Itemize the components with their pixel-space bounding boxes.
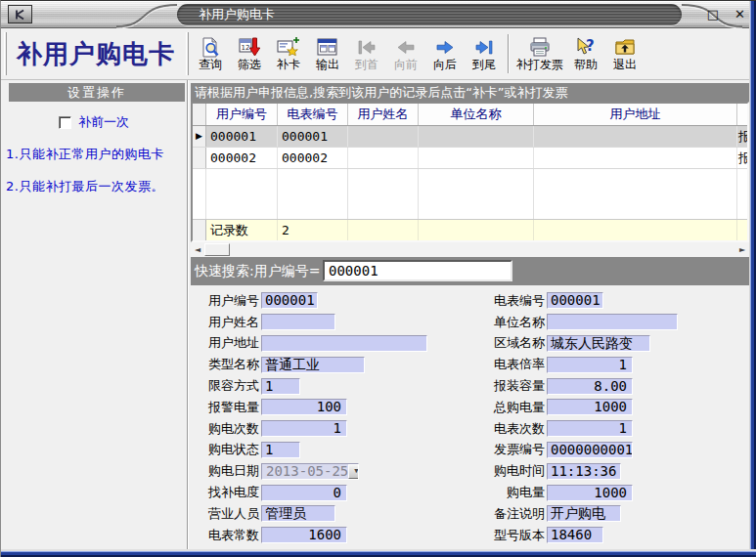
scrollbar-thumb[interactable] bbox=[204, 243, 230, 256]
toolbar-button-reprint-invoice[interactable]: 补打发票 bbox=[513, 35, 566, 72]
field-label: 单位名称 bbox=[484, 314, 545, 331]
meter-ratio-field[interactable]: 1 bbox=[547, 357, 633, 373]
table-body: ▶000001000001报000002000002报 bbox=[193, 126, 747, 169]
toolbar-button-go-last[interactable]: 到尾 bbox=[465, 35, 504, 72]
toolbar-button-help[interactable]: ?帮助 bbox=[566, 35, 605, 72]
scroll-right-icon[interactable]: ► bbox=[735, 245, 749, 254]
model-version-field[interactable]: 18460 bbox=[547, 527, 603, 543]
toolbar-button-label: 向前 bbox=[394, 58, 418, 72]
table-cell bbox=[348, 148, 419, 168]
meter-count-field[interactable]: 1 bbox=[547, 420, 633, 437]
form-row-meter-count: 电表次数1 bbox=[484, 418, 678, 440]
user-table: 用户编号电表编号用户姓名单位名称用户地址 ▶000001000001报00000… bbox=[191, 102, 749, 242]
field-label: 电表次数 bbox=[484, 420, 545, 438]
window-bottom-border bbox=[1, 549, 756, 557]
table-cell: 000002 bbox=[278, 148, 348, 168]
form-row-user-id: 用户编号000001 bbox=[208, 290, 427, 312]
reissue-previous-checkbox[interactable] bbox=[59, 116, 71, 129]
toolbar-button-label: 输出 bbox=[316, 58, 339, 72]
table-cell bbox=[534, 126, 737, 147]
toolbar-button-label: 向后 bbox=[433, 58, 457, 72]
table-cell: 000001 bbox=[206, 126, 278, 147]
form-row-purchase-date: 购电日期2013-05-25▼ bbox=[208, 460, 427, 482]
quick-search-input[interactable] bbox=[323, 260, 512, 281]
grid-line bbox=[277, 169, 278, 219]
field-label: 电表倍率 bbox=[484, 356, 545, 373]
purchase-count-field[interactable]: 1 bbox=[261, 420, 347, 437]
maximize-button[interactable]: □ bbox=[707, 6, 719, 23]
remark-field[interactable]: 开户购电 bbox=[547, 505, 621, 522]
adjust-energy-field[interactable]: 0 bbox=[261, 485, 347, 501]
toolbar-button-export[interactable]: 输出 bbox=[308, 35, 347, 72]
toolbar-button-go-next[interactable]: 向后 bbox=[425, 35, 465, 72]
purchase-state-field[interactable]: 1 bbox=[261, 442, 300, 458]
toolbar-separator bbox=[508, 34, 510, 73]
grid-line bbox=[736, 169, 737, 219]
column-header[interactable] bbox=[737, 104, 747, 125]
toolbar-button-filter[interactable]: 12筛选 bbox=[230, 35, 269, 72]
field-label: 电表编号 bbox=[484, 292, 545, 310]
unit-name-field[interactable] bbox=[547, 314, 678, 330]
table-cell: 报 bbox=[737, 126, 747, 147]
main-panel: 请根据用户申报信息,搜索到该用户的记录后点击“补卡”或补打发票 用户编号电表编号… bbox=[188, 80, 750, 549]
toolbar-button-label: 筛选 bbox=[238, 58, 261, 72]
page-title: 补用户购电卡 bbox=[17, 37, 175, 71]
purchase-date-field[interactable]: 2013-05-25▼ bbox=[261, 463, 359, 480]
purchase-qty-field[interactable]: 1000 bbox=[547, 485, 633, 501]
form-row-type-name: 类型名称普通工业 bbox=[208, 354, 427, 375]
form-row-alarm-energy: 报警电量100 bbox=[208, 397, 427, 418]
meter-constant-field[interactable]: 1600 bbox=[261, 527, 347, 543]
last-arrow-icon bbox=[472, 37, 496, 58]
card-add-icon bbox=[277, 37, 300, 58]
form-column-right: 电表编号000001单位名称区域名称城东人民路变电表倍率1报装容量8.00总购电… bbox=[484, 290, 678, 546]
user-name-field[interactable] bbox=[261, 314, 335, 330]
quick-search-bar: 快速搜索:用户编号= bbox=[191, 257, 749, 285]
horizontal-scrollbar[interactable]: ◄ ► bbox=[191, 242, 749, 257]
table-row[interactable]: 000002000002报 bbox=[193, 148, 747, 169]
purchase-time-field[interactable]: 11:13:36 bbox=[547, 463, 621, 480]
area-name-field[interactable]: 城东人民路变 bbox=[547, 335, 650, 352]
grid-line bbox=[205, 169, 206, 219]
invoice-no-field[interactable]: 0000000001 bbox=[547, 442, 633, 458]
toolbar-button-label: 补打发票 bbox=[516, 58, 563, 72]
alarm-energy-field[interactable]: 100 bbox=[261, 399, 347, 415]
toolbar-button-query[interactable]: 查询 bbox=[191, 35, 230, 72]
table-cell: 000002 bbox=[206, 148, 278, 168]
close-button[interactable]: ✕ bbox=[734, 6, 745, 23]
field-label: 购电时间 bbox=[484, 462, 545, 480]
toolbar-button-go-prev: 向前 bbox=[386, 35, 425, 72]
table-row[interactable]: ▶000001000001报 bbox=[193, 126, 747, 148]
toolbar: 补用户购电卡 查询12筛选补卡输出到首向前向后到尾补打发票?帮助退出 bbox=[1, 28, 756, 80]
column-header[interactable]: 用户地址 bbox=[534, 104, 737, 125]
type-name-field[interactable]: 普通工业 bbox=[261, 357, 365, 373]
instruction-bar: 请根据用户申报信息,搜索到该用户的记录后点击“补卡”或补打发票 bbox=[191, 83, 750, 102]
total-energy-field[interactable]: 1000 bbox=[547, 399, 633, 415]
form-row-meter-ratio: 电表倍率1 bbox=[484, 354, 678, 375]
scroll-left-icon[interactable]: ◄ bbox=[191, 245, 204, 254]
operator-field[interactable]: 管理员 bbox=[261, 505, 335, 522]
table-cell bbox=[348, 126, 419, 147]
form-row-remark: 备注说明开户购电 bbox=[484, 503, 678, 525]
field-label: 购电量 bbox=[484, 484, 545, 501]
dropdown-arrow-icon[interactable]: ▼ bbox=[348, 464, 359, 479]
user-id-field[interactable]: 000001 bbox=[261, 292, 318, 309]
row-selector bbox=[193, 148, 206, 168]
column-header[interactable]: 电表编号 bbox=[278, 104, 348, 125]
form-row-meter-constant: 电表常数1600 bbox=[208, 525, 427, 546]
column-header[interactable]: 单位名称 bbox=[419, 104, 534, 125]
help-cursor-icon: ? bbox=[574, 37, 598, 58]
toolbar-buttons: 查询12筛选补卡输出到首向前向后到尾补打发票?帮助退出 bbox=[191, 28, 645, 79]
meter-id-field[interactable]: 000001 bbox=[547, 292, 603, 309]
toolbar-button-reissue-card[interactable]: 补卡 bbox=[269, 35, 308, 72]
column-header[interactable]: 用户编号 bbox=[206, 104, 278, 125]
field-label: 电表常数 bbox=[208, 527, 259, 544]
toolbar-button-exit[interactable]: 退出 bbox=[605, 35, 645, 72]
column-header[interactable]: 用户姓名 bbox=[348, 104, 419, 125]
limit-mode-field[interactable]: 1 bbox=[261, 378, 300, 395]
user-address-field[interactable] bbox=[261, 335, 427, 352]
install-cap-field[interactable]: 8.00 bbox=[547, 378, 633, 395]
row-selector bbox=[193, 220, 206, 240]
form-row-meter-id: 电表编号000001 bbox=[484, 290, 678, 312]
table-cell bbox=[419, 126, 534, 147]
checkbox-row-reissue-previous[interactable]: 补前一次 bbox=[1, 113, 187, 131]
